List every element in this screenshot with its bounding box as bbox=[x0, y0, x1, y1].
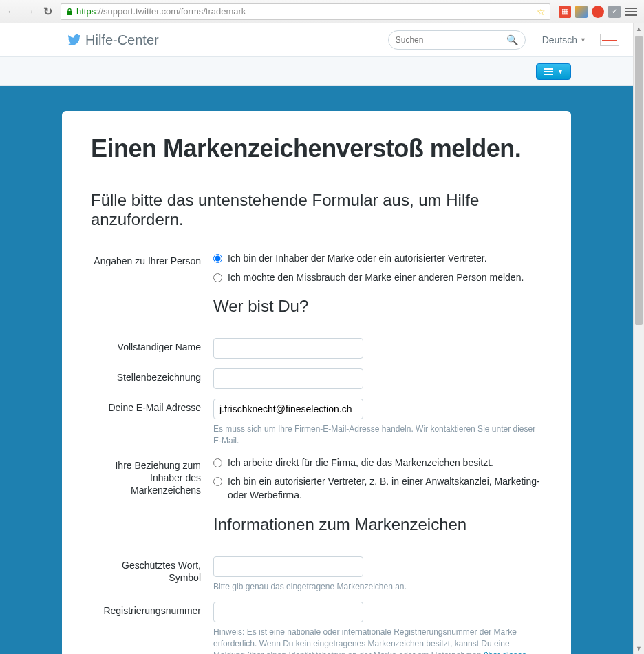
registration-row: Registrierungsnummer Hinweis: Es ist ein… bbox=[91, 598, 542, 654]
lock-icon bbox=[65, 8, 74, 16]
svg-rect-0 bbox=[67, 11, 72, 15]
page-subtitle: Fülle bitte das untenstehende Formular a… bbox=[91, 191, 542, 238]
protected-word-input[interactable] bbox=[213, 556, 363, 577]
browser-menu-icon[interactable] bbox=[625, 8, 637, 16]
jobtitle-input[interactable] bbox=[213, 368, 363, 389]
radio-owner[interactable] bbox=[213, 254, 222, 263]
site-header: Hilfe-Center 🔍 Deutsch ▼ bbox=[0, 23, 633, 57]
subnav: ▼ bbox=[0, 57, 633, 86]
radio-report[interactable] bbox=[213, 273, 222, 282]
relationship-option-agent[interactable]: Ich bin ein autorisierter Vertreter, z. … bbox=[213, 475, 542, 502]
menu-toggle-button[interactable]: ▼ bbox=[536, 63, 571, 80]
browser-toolbar: ← → ↻ https://support.twitter.com/forms/… bbox=[0, 0, 644, 23]
chevron-down-icon: ▼ bbox=[580, 36, 586, 43]
fullname-input[interactable] bbox=[213, 338, 363, 359]
scroll-down-icon[interactable]: ▼ bbox=[634, 643, 644, 654]
scroll-up-icon[interactable]: ▲ bbox=[634, 23, 644, 34]
email-help: Es muss sich um Ihre Firmen-E-Mail-Adres… bbox=[213, 423, 542, 447]
relationship-label: Ihre Beziehung zum Inhaber des Markenzei… bbox=[91, 456, 213, 547]
email-input[interactable] bbox=[213, 399, 363, 419]
person-option-owner[interactable]: Ich bin der Inhaber der Marke oder ein a… bbox=[213, 252, 542, 266]
search-icon[interactable]: 🔍 bbox=[506, 34, 518, 45]
back-button[interactable]: ← bbox=[4, 4, 19, 19]
analytics-icon[interactable] bbox=[600, 34, 619, 46]
email-row: Deine E-Mail Adresse Es muss sich um Ihr… bbox=[91, 394, 542, 447]
extension-icon[interactable] bbox=[592, 6, 604, 18]
who-heading: Wer bist Du? bbox=[213, 297, 542, 316]
bookmark-star-icon[interactable]: ☆ bbox=[537, 6, 546, 17]
url-text: https://support.twitter.com/forms/tradem… bbox=[76, 6, 537, 17]
scrollbar[interactable]: ▲ ▼ bbox=[633, 23, 644, 654]
radio-agent[interactable] bbox=[213, 477, 222, 486]
radio-direct[interactable] bbox=[213, 458, 222, 467]
person-option-report[interactable]: Ich möchte den Missbrauch der Marke eine… bbox=[213, 271, 542, 285]
extension-icon[interactable]: ✓ bbox=[608, 6, 621, 18]
scrollbar-thumb[interactable] bbox=[635, 36, 643, 325]
relationship-row: Ihre Beziehung zum Inhaber des Markenzei… bbox=[91, 452, 542, 547]
hamburger-icon bbox=[544, 68, 553, 75]
registration-label: Registrierungsnummer bbox=[91, 602, 213, 654]
address-bar[interactable]: https://support.twitter.com/forms/tradem… bbox=[61, 3, 550, 20]
registration-help: Hinweis: Es ist eine nationale oder inte… bbox=[213, 626, 542, 654]
form-card: Einen Markenzeichenverstoß melden. Fülle… bbox=[62, 111, 571, 654]
protected-word-help: Bitte gib genau das eingetragene Markenz… bbox=[213, 581, 542, 593]
extension-icon[interactable]: ▦ bbox=[559, 6, 571, 18]
jobtitle-label: Stellenbezeichnung bbox=[91, 368, 213, 389]
person-info-label: Angaben zu Ihrer Person bbox=[91, 252, 213, 328]
forward-button[interactable]: → bbox=[22, 4, 37, 19]
relationship-option-direct[interactable]: Ich arbeite direkt für die Firma, die da… bbox=[213, 456, 542, 470]
language-label: Deutsch bbox=[542, 34, 577, 45]
trademark-heading: Informationen zum Markenzeichen bbox=[213, 515, 542, 534]
extension-icons: ▦ ✓ bbox=[556, 6, 640, 18]
search-input[interactable] bbox=[396, 35, 506, 45]
protected-word-label: Geschütztes Wort, Symbol bbox=[91, 556, 213, 593]
registration-input[interactable] bbox=[213, 602, 363, 622]
site-brand[interactable]: Hilfe-Center bbox=[85, 32, 159, 48]
hero-band: Einen Markenzeichenverstoß melden. Fülle… bbox=[0, 86, 633, 654]
fullname-label: Vollständiger Name bbox=[91, 338, 213, 359]
search-box[interactable]: 🔍 bbox=[388, 30, 526, 50]
email-label: Deine E-Mail Adresse bbox=[91, 399, 213, 447]
person-info-row: Angaben zu Ihrer Person Ich bin der Inha… bbox=[91, 248, 542, 328]
chevron-down-icon: ▼ bbox=[557, 68, 564, 75]
extension-icon[interactable] bbox=[575, 6, 588, 18]
fullname-row: Vollständiger Name bbox=[91, 334, 542, 359]
protected-word-row: Geschütztes Wort, Symbol Bitte gib genau… bbox=[91, 552, 542, 593]
language-selector[interactable]: Deutsch ▼ bbox=[542, 34, 586, 45]
reload-button[interactable]: ↻ bbox=[40, 4, 55, 19]
page-title: Einen Markenzeichenverstoß melden. bbox=[91, 134, 542, 163]
twitter-logo-icon bbox=[67, 34, 81, 45]
jobtitle-row: Stellenbezeichnung bbox=[91, 364, 542, 389]
